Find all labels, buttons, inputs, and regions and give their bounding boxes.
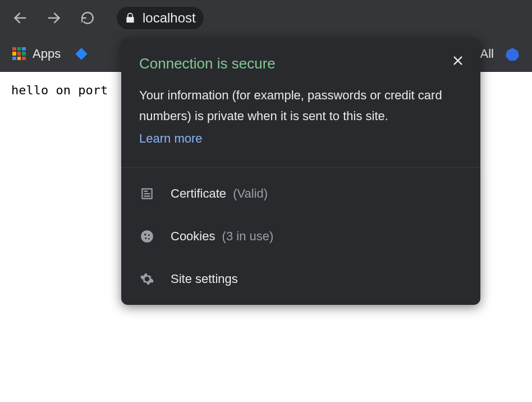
apps-bookmark[interactable]: Apps — [12, 47, 61, 61]
close-button[interactable] — [449, 52, 467, 70]
row-label: Cookies — [171, 229, 215, 243]
popover-header: Connection is secure Your information (f… — [121, 38, 480, 167]
bookmark-item-k8s[interactable] — [505, 47, 520, 61]
cookies-row[interactable]: Cookies (3 in use) — [121, 215, 480, 258]
apps-grid-icon — [12, 47, 26, 61]
svg-point-7 — [144, 234, 146, 235]
svg-point-9 — [145, 237, 146, 239]
bookmark-item-jira[interactable] — [74, 47, 89, 61]
close-icon — [452, 54, 464, 67]
page-text: hello on port — [11, 83, 108, 97]
reload-button[interactable] — [77, 8, 98, 28]
arrow-right-icon — [46, 10, 62, 26]
omnibox[interactable]: localhost — [117, 7, 522, 29]
diamond-icon — [74, 47, 89, 61]
row-label: Certificate — [171, 186, 226, 200]
svg-rect-2 — [75, 48, 87, 60]
row-status: (Valid) — [233, 186, 268, 200]
popover-description: Your information (for example, passwords… — [139, 85, 462, 127]
row-status: (3 in use) — [222, 229, 274, 243]
certificate-row[interactable]: Certificate (Valid) — [121, 172, 480, 215]
gear-icon — [140, 272, 154, 286]
forward-button[interactable] — [44, 8, 64, 28]
popover-title: Connection is secure — [139, 55, 462, 72]
learn-more-link[interactable]: Learn more — [139, 131, 203, 146]
apps-label: Apps — [33, 47, 61, 61]
svg-point-8 — [148, 234, 150, 236]
svg-marker-3 — [506, 48, 519, 61]
arrow-left-icon — [12, 10, 28, 26]
cookie-icon — [140, 229, 154, 244]
all-label: All — [480, 47, 494, 61]
popover-list: Certificate (Valid) Cookies (3 in use) S… — [121, 168, 480, 305]
row-label: Site settings — [171, 272, 238, 286]
site-settings-row[interactable]: Site settings — [121, 258, 480, 300]
back-button[interactable] — [10, 8, 30, 28]
svg-point-10 — [148, 238, 150, 240]
svg-point-6 — [141, 230, 153, 243]
url-text: localhost — [143, 10, 196, 26]
bookmark-all[interactable]: All — [480, 47, 494, 61]
browser-toolbar: localhost — [0, 0, 532, 36]
heptagon-icon — [505, 47, 520, 61]
lock-icon — [125, 12, 136, 24]
certificate-icon — [140, 186, 154, 201]
site-info-popover: Connection is secure Your information (f… — [121, 38, 480, 305]
reload-icon — [80, 11, 95, 25]
security-chip[interactable]: localhost — [117, 7, 204, 29]
